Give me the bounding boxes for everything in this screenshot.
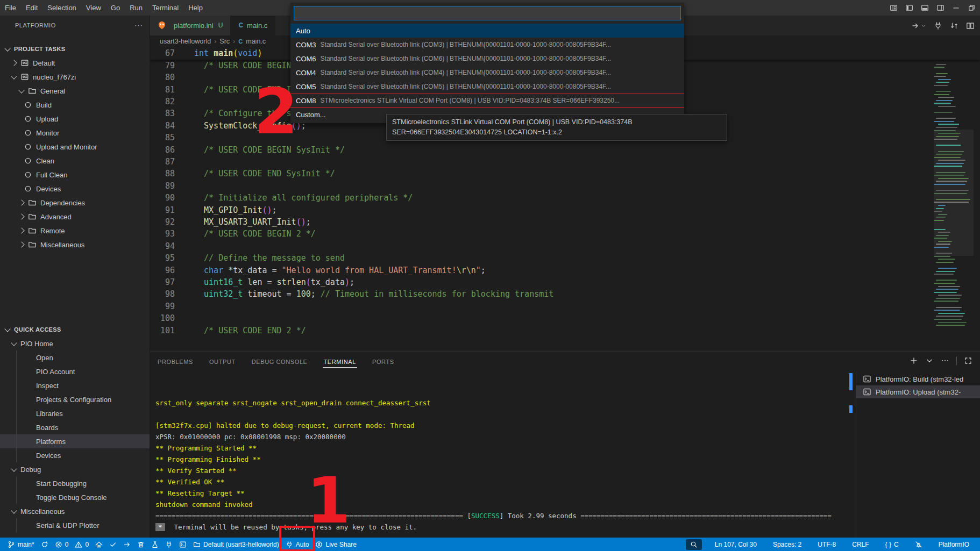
tab-main.c[interactable]: Cmain.c [231,16,275,35]
statusbar-arrow-right[interactable] [120,538,134,551]
sidebar-item-start-debugging[interactable]: Start Debugging [0,476,150,490]
line-number[interactable]: 86 [150,144,182,156]
line-number[interactable]: 90 [150,192,182,204]
line-number[interactable]: 89 [150,180,182,192]
line-number[interactable]: 79 [150,60,182,71]
code-line-text[interactable]: /* USER CODE BEGIN SysInit */ [182,144,345,156]
menu-edit[interactable]: Edit [21,0,42,16]
panel-tab-problems[interactable]: PROBLEMS [157,356,194,367]
breadcrumb-item[interactable]: Src [219,38,230,45]
statusbar-spaces-2[interactable]: Spaces: 2 [770,538,805,551]
run-button[interactable] [911,22,926,30]
code-line[interactable]: 101 /* USER CODE END 2 */ [150,325,980,337]
line-number[interactable]: 94 [150,240,182,252]
statusbar-ln-107-col-30[interactable]: Ln 107, Col 30 [712,538,760,551]
quickpick-item-auto[interactable]: Auto [290,24,684,38]
terminal-output[interactable]: srst_only separate srst_nogate srst_open… [155,397,855,533]
code-line-text[interactable] [182,96,194,108]
sidebar-item-full-clean[interactable]: Full Clean [0,168,150,182]
statusbar-default-usart3-helloworld[interactable]: Default (usart3-helloworld) [190,538,282,551]
line-number[interactable]: 95 [150,252,182,264]
sidebar-item-monitor[interactable]: Monitor [0,126,150,140]
compare-icon[interactable] [950,22,958,30]
sidebar-item-serial-udp-plotter[interactable]: Serial & UDP Plotter [0,518,150,532]
more-actions-icon[interactable]: ··· [134,21,143,29]
statusbar-live-share[interactable]: Live Share [312,538,359,551]
terminal-profile-chevron-icon[interactable] [925,356,934,365]
code-line[interactable]: 96 char *tx_data = "Hello world from HAL… [150,264,980,276]
panel-bottom-icon[interactable] [921,4,929,12]
maximize-panel-icon[interactable] [964,356,972,365]
statusbar-check[interactable] [106,538,120,551]
line-number[interactable]: 99 [150,300,182,312]
minimap[interactable] [934,49,974,342]
code-line-text[interactable]: MX_GPIO_Init(); [182,204,277,216]
sidebar-item-devices[interactable]: Devices [0,448,150,462]
code-line[interactable]: 97 uint16_t len = strlen(tx_data); [150,276,980,288]
line-number[interactable]: 98 [150,288,182,300]
sidebar-item-projects-configuration[interactable]: Projects & Configuration [0,392,150,406]
line-number[interactable]: 84 [150,120,182,132]
sidebar-item-platforms[interactable]: Platforms [0,434,150,448]
line-number[interactable]: 97 [150,276,182,288]
editor-scrollbar[interactable] [974,47,980,352]
code-line-text[interactable] [182,240,194,252]
code-line[interactable]: 89 [150,180,980,192]
sidebar-item-nucleo-f767zi[interactable]: nucleo_f767zi [0,70,150,84]
code-line-text[interactable]: /* USER CODE BEGIN 2 */ [182,228,316,240]
code-line-text[interactable] [182,312,194,324]
line-number[interactable]: 80 [150,71,182,83]
code-line-text[interactable] [182,180,194,192]
line-number[interactable]: 87 [150,156,182,168]
code-line-text[interactable]: uint16_t len = strlen(tx_data); [182,276,354,288]
sidebar-item-general[interactable]: General [0,84,150,98]
statusbar-crlf[interactable]: CRLF [849,538,872,551]
statusbar-main[interactable]: main* [4,538,38,551]
sidebar-item-open[interactable]: Open [0,350,150,364]
statusbar-sync[interactable] [38,538,52,551]
code-line[interactable]: 88 /* USER CODE END SysInit */ [150,168,980,180]
line-number[interactable]: 96 [150,264,182,276]
breadcrumb-item[interactable]: usart3-helloworld [160,38,211,45]
line-number[interactable]: 67 [150,47,182,60]
section-quick-access[interactable]: QUICK ACCESS [0,323,150,337]
sidebar-item-clean[interactable]: Clean [0,154,150,168]
quickpick-item-com8[interactable]: COM8STMicroelectronics STLink Virtual CO… [290,94,684,108]
sidebar-item-upload[interactable]: Upload [0,112,150,126]
code-line-text[interactable]: MX_USART3_UART_Init(); [182,216,311,228]
line-number[interactable]: 88 [150,168,182,180]
menu-terminal[interactable]: Terminal [147,0,183,16]
code-line-text[interactable] [182,71,194,83]
sidebar-item-debug[interactable]: Debug [0,462,150,476]
panel-tab-ports[interactable]: PORTS [371,356,395,367]
sidebar-item-miscellaneous[interactable]: Miscellaneous [0,238,150,252]
code-line[interactable]: 86 /* USER CODE BEGIN SysInit */ [150,144,980,156]
quickpick-input[interactable] [294,6,681,20]
statusbar-trash[interactable] [134,538,148,551]
sidebar-item-toggle-debug-console[interactable]: Toggle Debug Console [0,490,150,504]
sidebar-right-icon[interactable] [936,4,945,12]
code-line-text[interactable]: /* USER CODE END SysInit */ [182,168,335,180]
code-line[interactable]: 98 uint32_t timeout = 100; // Timeout in… [150,288,980,300]
restore-icon[interactable] [968,4,976,12]
menu-file[interactable]: File [0,0,21,16]
statusbar-bell-slash[interactable] [912,538,926,551]
statusbar-utf-8[interactable]: UTF-8 [814,538,839,551]
menu-selection[interactable]: Selection [42,0,81,16]
code-line-text[interactable]: char *tx_data = "Hello world from HAL_UA… [182,264,486,276]
sidebar-item-default[interactable]: Default [0,56,150,70]
code-line[interactable]: 93 /* USER CODE BEGIN 2 */ [150,228,980,240]
sidebar-item-boards[interactable]: Boards [0,420,150,434]
line-number[interactable]: 100 [150,312,182,324]
statusbar-terminal[interactable] [176,538,190,551]
code-line-text[interactable]: SystemClock_Config(); [182,120,306,132]
quickpick-item-com5[interactable]: COM5Standard Serial over Bluetooth link … [290,80,684,94]
sidebar-item-miscellaneous[interactable]: Miscellaneous [0,504,150,518]
line-number[interactable]: 85 [150,132,182,144]
sidebar-item-advanced[interactable]: Advanced [0,210,150,224]
terminal-instance-upload[interactable]: PlatformIO: Upload (stm32- [856,385,980,398]
code-line[interactable]: 87 [150,156,980,168]
code-line[interactable]: 90 /* Initialize all configured peripher… [150,192,980,204]
code-line-text[interactable] [182,132,194,144]
sidebar-item-dependencies[interactable]: Dependencies [0,196,150,210]
